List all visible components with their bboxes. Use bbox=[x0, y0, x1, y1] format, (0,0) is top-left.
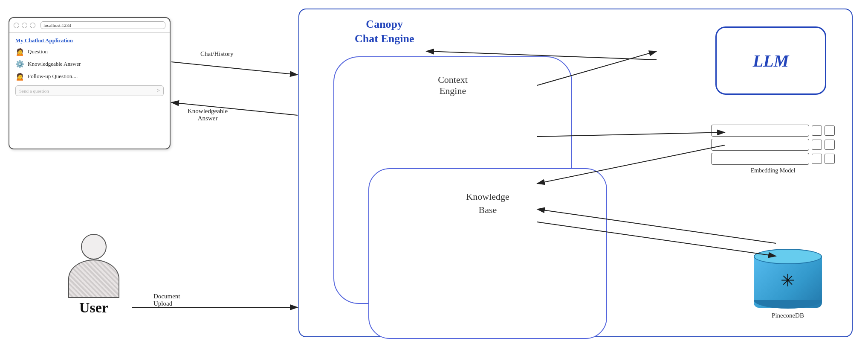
pinecone-icon: ✳ bbox=[781, 271, 795, 291]
question-text: Question bbox=[28, 48, 48, 55]
knowledge-base-box: KnowledgeBase bbox=[368, 168, 607, 339]
embedding-label: Embedding Model bbox=[711, 167, 835, 174]
chat-input-row[interactable]: Send a question > bbox=[15, 85, 164, 96]
pinecone-cylinder: ✳ bbox=[754, 249, 822, 309]
document-upload-label: DocumentUpload bbox=[153, 293, 180, 307]
browser-mockup: localhost:1234 My Chatbot Application 🙍 … bbox=[9, 17, 171, 149]
user-figure: User bbox=[68, 234, 119, 316]
user-head bbox=[81, 234, 107, 260]
embed-sq-2a bbox=[812, 140, 822, 150]
browser-body: My Chatbot Application 🙍 Question ⚙️ Kno… bbox=[9, 33, 170, 100]
context-engine-label: ContextEngine bbox=[334, 74, 571, 96]
chat-input-placeholder: Send a question bbox=[19, 88, 157, 93]
chat-history-label: Chat/History bbox=[200, 50, 234, 58]
chat-item-answer: ⚙️ Knowledgeable Answer bbox=[15, 61, 164, 68]
embed-bar-2 bbox=[711, 139, 809, 151]
pinecone-label: PineconeDB bbox=[745, 312, 830, 319]
followup-icon: 🙍 bbox=[15, 73, 24, 80]
answer-text: Knowledgeable Answer bbox=[28, 61, 81, 67]
browser-url[interactable]: localhost:1234 bbox=[41, 21, 165, 29]
chat-item-followup: 🙍 Follow-up Question.... bbox=[15, 73, 164, 80]
browser-dot-2 bbox=[22, 23, 27, 28]
embedding-row-1 bbox=[711, 125, 835, 137]
llm-box: LLM bbox=[715, 26, 826, 95]
architecture-box: Canopy Chat Engine ContextEngine Knowled… bbox=[298, 9, 853, 337]
send-button[interactable]: > bbox=[157, 88, 160, 94]
embedding-model: Embedding Model bbox=[711, 125, 835, 174]
user-label: User bbox=[68, 300, 119, 316]
llm-label: LLM bbox=[753, 51, 789, 71]
question-user-icon: 🙍 bbox=[15, 48, 24, 55]
embed-sq-1a bbox=[812, 125, 822, 136]
browser-dot-3 bbox=[30, 23, 35, 28]
chat-history-arrow bbox=[171, 62, 298, 75]
context-engine-box: ContextEngine KnowledgeBase bbox=[333, 56, 572, 304]
embed-bar-3 bbox=[711, 153, 809, 165]
embed-sq-1b bbox=[825, 125, 835, 136]
app-title: My Chatbot Application bbox=[15, 37, 164, 44]
cylinder-top bbox=[754, 249, 822, 264]
followup-text: Follow-up Question.... bbox=[28, 73, 78, 80]
chat-item-question: 🙍 Question bbox=[15, 48, 164, 55]
knowledge-base-label: KnowledgeBase bbox=[369, 190, 606, 217]
user-body bbox=[68, 260, 119, 298]
embed-bar-1 bbox=[711, 125, 809, 137]
embedding-row-2 bbox=[711, 139, 835, 151]
embed-sq-3a bbox=[812, 154, 822, 164]
embed-sq-2b bbox=[825, 140, 835, 150]
embedding-row-3 bbox=[711, 153, 835, 165]
answer-icon: ⚙️ bbox=[15, 61, 24, 68]
browser-dot-1 bbox=[14, 23, 19, 28]
embed-sq-3b bbox=[825, 154, 835, 164]
knowledgeable-answer-label: KnowledgeableAnswer bbox=[188, 108, 228, 122]
browser-titlebar: localhost:1234 bbox=[9, 18, 170, 33]
canopy-chat-engine-label: Canopy Chat Engine bbox=[355, 17, 414, 46]
pinecone-db: ✳ PineconeDB bbox=[745, 249, 830, 319]
